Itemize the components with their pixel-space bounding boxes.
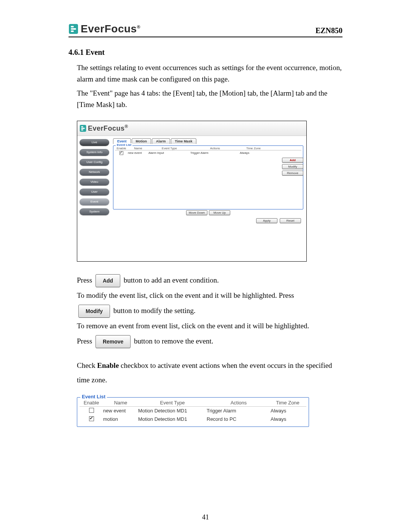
cell-time-zone: Always [271,416,305,422]
event-side-buttons: Add Modify Remove [282,158,303,176]
page-number: 41 [0,513,411,521]
cell-time-zone: Always [240,151,267,156]
reset-button[interactable]: Reset [280,218,301,223]
section-title: 4.6.1 Event [68,48,342,57]
instruction-add: Press Add button to add an event conditi… [77,273,342,288]
brand-name: EverFocus® [81,23,140,35]
col-time-zone: Time Zone [240,147,267,150]
remove-button[interactable]: Remove [282,171,303,176]
cell-actions: Record to PC [207,416,271,422]
model-number: EZN850 [315,26,342,35]
move-up-button[interactable]: Move Up [209,210,230,215]
sidebar-item-live[interactable]: Live [80,139,109,146]
svg-rect-5 [81,126,83,127]
instruction-modify-intro: To modify the event list, click on the e… [77,288,342,303]
move-buttons: Move Down Move Up [113,210,303,215]
doc-header: EverFocus® EZN850 [68,23,342,37]
svg-rect-7 [81,129,83,130]
apply-button[interactable]: Apply [256,218,277,223]
sidebar-item-event[interactable]: Event [80,198,109,205]
everfocus-mark-icon [68,24,78,34]
cell-time-zone: Always [271,408,305,414]
tab-motion[interactable]: Motion [132,138,151,144]
sidebar-item-user-config[interactable]: User Config [80,159,109,166]
sidebar-item-system[interactable]: System [80,208,109,215]
instruction-modify: Modify button to modify the setting. [77,304,342,318]
cell-event-type: Motion Detection MD1 [138,408,207,414]
tab-time-mask[interactable]: Time Mask [171,138,197,144]
col-event-type: Event Type [138,400,207,406]
event-list-fieldset: Event List Enable Name Event Type Action… [113,145,303,209]
sidebar-item-user[interactable]: User [80,189,109,195]
col-time-zone: Time Zone [271,400,305,406]
table-row[interactable]: new event Motion Detection MD1 Trigger A… [80,407,306,415]
instruction-remove-intro: To remove an event from event list, clic… [77,319,342,333]
instruction-remove: Press Remove button to remove the event. [77,334,342,348]
svg-rect-2 [71,28,76,30]
cell-event-type: Alarm Input [148,151,190,156]
cell-actions: Trigger Alarm [190,151,240,156]
col-enable: Enable [80,400,103,406]
brand-logo: EverFocus® [68,23,140,35]
screenshot-topbar: EverFocus® [77,121,306,136]
col-enable: Enable [115,147,128,150]
move-down-button[interactable]: Move Down [186,210,207,215]
event-list-figure: Event List Enable Name Event Type Action… [77,397,309,427]
svg-rect-6 [81,128,85,129]
modify-button-figure: Modify [78,305,110,318]
svg-rect-1 [71,26,74,27]
screenshot-brand: EverFocus® [88,124,128,133]
fieldset-legend: Event List [116,143,132,147]
event-page-screenshot: EverFocus® Live System Info User Config … [77,121,307,262]
col-name: Name [128,147,148,150]
cell-name: motion [103,416,138,422]
sidebar-item-network[interactable]: Network [80,169,109,176]
col-actions: Actions [207,400,271,406]
event-list-header: Enable Name Event Type Actions Time Zone [115,147,301,150]
add-button-figure: Add [96,274,120,287]
cell-event-type: Motion Detection MD1 [138,416,207,422]
table-row[interactable]: motion Motion Detection MD1 Record to PC… [80,415,306,423]
footer-buttons: Apply Reset [113,218,303,223]
enable-checkbox[interactable] [80,416,103,422]
cell-name: new event [128,151,148,156]
enable-checkbox[interactable] [80,408,103,414]
event-list-header: Enable Name Event Type Actions Time Zone [80,400,306,407]
cell-name: new event [103,408,138,414]
col-name: Name [103,400,138,406]
fieldset-legend: Event List [80,394,107,399]
tab-strip: Event Motion Alarm Time Mask [113,138,303,144]
side-nav: Live System Info User Config Network Vid… [77,136,112,262]
add-button[interactable]: Add [282,158,303,163]
instruction-enable: Check Enable checkbox to activate event … [77,358,342,387]
sidebar-item-video[interactable]: Video [80,179,109,185]
table-row[interactable]: new event Alarm Input Trigger Alarm Alwa… [115,150,301,156]
col-event-type: Event Type [148,147,190,150]
col-actions: Actions [190,147,240,150]
enable-checkbox[interactable] [115,151,128,156]
intro-paragraph-1: The settings relating to event occurrenc… [77,62,342,85]
remove-button-figure: Remove [96,335,131,348]
intro-paragraph-2: The "Event" page has 4 tabs: the [Event]… [77,88,342,111]
svg-rect-3 [71,30,74,32]
cell-actions: Trigger Alarm [207,408,271,414]
sidebar-item-system-info[interactable]: System Info [80,149,109,156]
tab-alarm[interactable]: Alarm [152,138,170,144]
modify-button[interactable]: Modify [282,164,303,169]
everfocus-mark-icon [80,125,86,132]
